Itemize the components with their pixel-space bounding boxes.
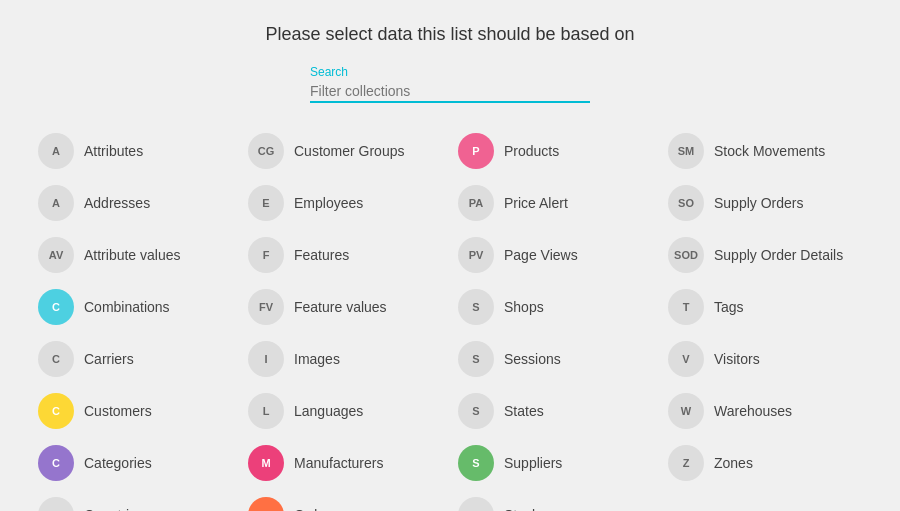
collection-label-attributes: Attributes xyxy=(84,143,143,159)
collection-label-zones: Zones xyxy=(714,455,753,471)
collection-badge-attribute-values: AV xyxy=(38,237,74,273)
collection-item-zones[interactable]: ZZones xyxy=(660,439,870,487)
collection-badge-sessions: S xyxy=(458,341,494,377)
collection-badge-feature-values: FV xyxy=(248,289,284,325)
collection-badge-countries: C xyxy=(38,497,74,511)
collection-label-visitors: Visitors xyxy=(714,351,760,367)
collection-item-suppliers[interactable]: SSuppliers xyxy=(450,439,660,487)
collection-badge-languages: L xyxy=(248,393,284,429)
collection-badge-warehouses: W xyxy=(668,393,704,429)
collection-label-tags: Tags xyxy=(714,299,744,315)
collection-badge-states: S xyxy=(458,393,494,429)
collection-badge-attributes: A xyxy=(38,133,74,169)
collection-badge-page-views: PV xyxy=(458,237,494,273)
collection-item-shops[interactable]: SShops xyxy=(450,283,660,331)
collection-label-countries: Countries xyxy=(84,507,144,511)
collection-label-carriers: Carriers xyxy=(84,351,134,367)
collection-item-customer-groups[interactable]: CGCustomer Groups xyxy=(240,127,450,175)
collection-badge-shops: S xyxy=(458,289,494,325)
collection-label-states: States xyxy=(504,403,544,419)
collection-badge-customer-groups: CG xyxy=(248,133,284,169)
collection-badge-visitors: V xyxy=(668,341,704,377)
page-title: Please select data this list should be b… xyxy=(265,24,634,45)
collection-label-categories: Categories xyxy=(84,455,152,471)
collection-badge-employees: E xyxy=(248,185,284,221)
collection-item-attributes[interactable]: AAttributes xyxy=(30,127,240,175)
collection-badge-products: P xyxy=(458,133,494,169)
collection-item-supply-orders[interactable]: SOSupply Orders xyxy=(660,179,870,227)
collection-item-feature-values[interactable]: FVFeature values xyxy=(240,283,450,331)
collection-label-products: Products xyxy=(504,143,559,159)
collection-label-languages: Languages xyxy=(294,403,363,419)
search-container: Search xyxy=(310,65,590,103)
collection-label-employees: Employees xyxy=(294,195,363,211)
collection-item-features[interactable]: FFeatures xyxy=(240,231,450,279)
collection-label-manufacturers: Manufacturers xyxy=(294,455,383,471)
collection-label-addresses: Addresses xyxy=(84,195,150,211)
search-input[interactable] xyxy=(310,81,590,103)
collection-item-stock-movements[interactable]: SMStock Movements xyxy=(660,127,870,175)
collection-badge-supply-orders: SO xyxy=(668,185,704,221)
collection-label-orders: Orders xyxy=(294,507,337,511)
collection-label-price-alert: Price Alert xyxy=(504,195,568,211)
collection-label-shops: Shops xyxy=(504,299,544,315)
collection-item-employees[interactable]: EEmployees xyxy=(240,179,450,227)
collection-badge-features: F xyxy=(248,237,284,273)
collections-grid: AAttributesCGCustomer GroupsPProductsSMS… xyxy=(30,127,870,511)
collection-item-languages[interactable]: LLanguages xyxy=(240,387,450,435)
collection-badge-supply-order-details: SOD xyxy=(668,237,704,273)
collection-item-page-views[interactable]: PVPage Views xyxy=(450,231,660,279)
collection-label-features: Features xyxy=(294,247,349,263)
collection-badge-addresses: A xyxy=(38,185,74,221)
collection-item-states[interactable]: SStates xyxy=(450,387,660,435)
collection-label-attribute-values: Attribute values xyxy=(84,247,181,263)
collection-badge-categories: C xyxy=(38,445,74,481)
collection-badge-orders: O xyxy=(248,497,284,511)
collection-badge-tags: T xyxy=(668,289,704,325)
collection-label-warehouses: Warehouses xyxy=(714,403,792,419)
collection-badge-stock-movements: SM xyxy=(668,133,704,169)
collection-item-orders[interactable]: OOrders xyxy=(240,491,450,511)
collection-label-feature-values: Feature values xyxy=(294,299,387,315)
collection-badge-customers: C xyxy=(38,393,74,429)
collection-label-customers: Customers xyxy=(84,403,152,419)
search-label: Search xyxy=(310,65,348,79)
collection-label-customer-groups: Customer Groups xyxy=(294,143,404,159)
collection-item-tags[interactable]: TTags xyxy=(660,283,870,331)
collection-item-countries[interactable]: CCountries xyxy=(30,491,240,511)
collection-badge-carriers: C xyxy=(38,341,74,377)
collection-badge-images: I xyxy=(248,341,284,377)
collection-item-manufacturers[interactable]: MManufacturers xyxy=(240,439,450,487)
collection-badge-combinations: C xyxy=(38,289,74,325)
collection-item-attribute-values[interactable]: AVAttribute values xyxy=(30,231,240,279)
collection-item-warehouses[interactable]: WWarehouses xyxy=(660,387,870,435)
collection-badge-stock: S xyxy=(458,497,494,511)
collection-label-page-views: Page Views xyxy=(504,247,578,263)
collection-item-stock[interactable]: SStock xyxy=(450,491,660,511)
collection-label-combinations: Combinations xyxy=(84,299,170,315)
collection-label-stock-movements: Stock Movements xyxy=(714,143,825,159)
collection-item-images[interactable]: IImages xyxy=(240,335,450,383)
collection-item-supply-order-details[interactable]: SODSupply Order Details xyxy=(660,231,870,279)
collection-label-supply-orders: Supply Orders xyxy=(714,195,803,211)
collection-label-sessions: Sessions xyxy=(504,351,561,367)
collection-item-carriers[interactable]: CCarriers xyxy=(30,335,240,383)
collection-label-supply-order-details: Supply Order Details xyxy=(714,247,843,263)
collection-item-customers[interactable]: CCustomers xyxy=(30,387,240,435)
collection-item-products[interactable]: PProducts xyxy=(450,127,660,175)
collection-item-addresses[interactable]: AAddresses xyxy=(30,179,240,227)
collection-badge-manufacturers: M xyxy=(248,445,284,481)
collection-label-suppliers: Suppliers xyxy=(504,455,562,471)
collection-badge-suppliers: S xyxy=(458,445,494,481)
collection-badge-zones: Z xyxy=(668,445,704,481)
collection-item-price-alert[interactable]: PAPrice Alert xyxy=(450,179,660,227)
collection-item-categories[interactable]: CCategories xyxy=(30,439,240,487)
collection-label-images: Images xyxy=(294,351,340,367)
collection-item-visitors[interactable]: VVisitors xyxy=(660,335,870,383)
collection-item-sessions[interactable]: SSessions xyxy=(450,335,660,383)
collection-item-combinations[interactable]: CCombinations xyxy=(30,283,240,331)
collection-badge-price-alert: PA xyxy=(458,185,494,221)
collection-label-stock: Stock xyxy=(504,507,539,511)
